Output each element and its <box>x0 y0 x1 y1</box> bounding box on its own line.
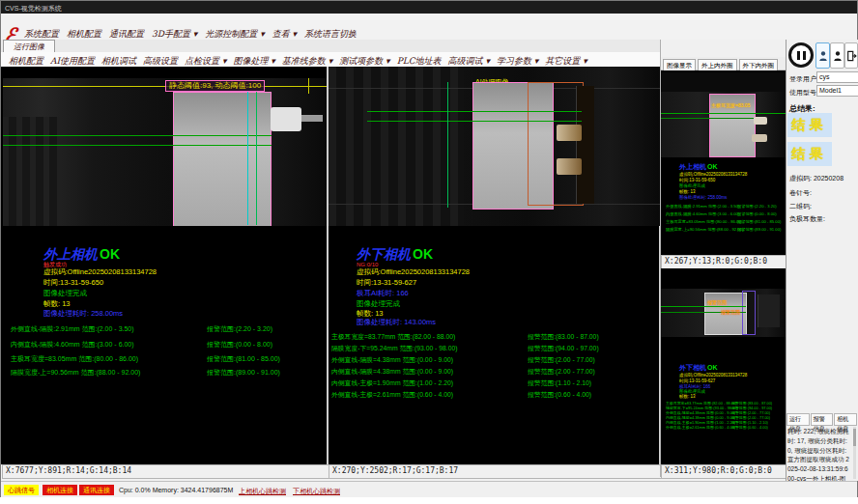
measurement-alarm: 报警范围:(83.00 - 87.00) <box>528 334 599 341</box>
login-user-label: 登录用户: <box>789 74 818 84</box>
needle-number-label: 卷针号: <box>789 188 812 198</box>
measurement-alarm: 报警范围:(0.60 - 4.00) <box>528 392 591 399</box>
mini-alarm-label: 报警范围 <box>721 310 740 315</box>
baseline-upper <box>3 135 272 136</box>
capture-time: 时间:13-31-59-650 <box>43 279 103 287</box>
qr-code-label: 二维码: <box>789 202 812 211</box>
gripper-arm <box>301 115 323 122</box>
menu-bar: ℰ 系统配置 相机配置 通讯配置 3D手配置 ▾ 光源控制配置 ▾ 查看 ▾ 系… <box>1 14 857 41</box>
pause-button[interactable] <box>788 42 814 68</box>
mini-barcode: 虚拟码:Offline20250208133134728 <box>679 173 747 178</box>
edge-detect-line <box>256 92 257 225</box>
yellow-reference-line-vertical <box>308 78 309 94</box>
tab-run-info[interactable]: 运行信息 <box>786 413 810 426</box>
mini-measurement: 主极耳宽度=83.05mm 范围:(80.00 - 86.00) <box>666 220 742 224</box>
measurement-alarm: 报警范围:(89.00 - 91.00) <box>207 369 280 376</box>
tab-camera-info[interactable]: 相机信息 <box>834 413 857 426</box>
virtual-code-label: 虚拟码: 20250208 <box>789 174 844 183</box>
upper-outer-camera-image[interactable]: 静态阈值:93, 动态阈值:100 <box>3 78 327 226</box>
measurement-alarm: 报警范围:(2.00 - 77.00) <box>528 357 595 364</box>
baseline <box>661 306 746 307</box>
log-scrollbar-thumb[interactable] <box>853 429 856 446</box>
camera-title: 外下相机OK <box>357 247 433 261</box>
login-user-field[interactable]: cys <box>816 71 858 83</box>
dark-component <box>576 86 594 204</box>
tab-highlight <box>557 125 582 141</box>
dark-component <box>758 294 780 327</box>
mini-measurement: 外侧直线-主极=2.61mm 范围:(0.60 - 4.00) <box>666 426 735 430</box>
bright-spot <box>754 117 767 125</box>
lower-outer-camera-image[interactable]: AI处理图像 <box>329 67 660 226</box>
user-manage-button[interactable] <box>830 42 844 69</box>
window-titlebar[interactable]: CVS-视觉检测系统 <box>1 1 857 14</box>
result-ok-label: OK <box>413 246 433 262</box>
process-time: 图像处理耗时: 143.00ms <box>357 319 436 326</box>
measurement-text: 内侧直线-隔膜=4.38mm 范围:(0.00 - 9.00) <box>331 369 453 376</box>
mini-measurement: 外侧直线-隔膜:2.91mm 范围:(2.00 - 3.50) <box>666 205 739 209</box>
measurement-alarm: 报警范围:(2.20 - 3.20) <box>207 325 272 332</box>
measurement-text: 主极耳宽度=83.77mm 范围:(82.00 - 88.00) <box>331 334 455 341</box>
baseline <box>661 118 754 119</box>
mini-time: 时间:13-31-59-627 <box>679 379 715 384</box>
small-view-bottom-image[interactable]: 报警范围 报警范围 <box>661 289 786 337</box>
baseline-upper <box>367 111 582 112</box>
virtual-barcode: 虚拟码:Offline20250208133134728 <box>357 268 470 276</box>
mini-measurement: 报警范围:(0.00 - 8.00) <box>737 212 777 216</box>
frame-count: 帧数: 13 <box>43 300 71 308</box>
frame-count: 帧数: 13 <box>357 310 384 318</box>
measurement-alarm: 报警范围:(2.00 - 77.00) <box>528 369 595 376</box>
model-label: 使用型号: <box>789 88 818 98</box>
capture-time: 时间:13-31-59-627 <box>357 279 416 287</box>
measurement-text: 主极耳宽度=83.05mm 范围:(80.00 - 86.00) <box>11 355 138 362</box>
window-title: CVS-视觉检测系统 <box>5 4 62 14</box>
result-ok-label: OK <box>100 246 120 262</box>
virtual-barcode: 虚拟码:Offline20250208133134728 <box>43 268 157 276</box>
machine-background <box>329 67 464 226</box>
mini-frames: 帧数: 13 <box>679 395 696 400</box>
mini-proc-time: 图像处理耗时: 258.00ms <box>679 196 727 201</box>
left-camera-pixel-status: X:7677;Y:891;R:14;G:14;B:14 <box>2 464 329 479</box>
tab-highlight <box>557 158 582 175</box>
lower-camera-heartbeat-link[interactable]: 下相机心跳检测 <box>293 487 340 496</box>
small-top-pixel-status: X:267;Y:13;R:0;G:0;B:0 <box>661 255 788 269</box>
mini-done: 图像处理完成 <box>679 184 705 189</box>
camera-link-badge: 相机连接 <box>43 485 77 495</box>
heartbeat-badge: 心跳信号 <box>4 485 39 495</box>
pause-icon <box>803 51 806 60</box>
gripper-object <box>271 107 301 131</box>
mini-alarm-label: 报警范围 <box>707 300 727 305</box>
measurement-text: 外侧直线-隔膜:2.91mm 范围:(2.00 - 3.50) <box>11 325 134 332</box>
model-field[interactable]: Model1 <box>816 85 858 97</box>
measurement-alarm: 报警范围:(1.10 - 2.10) <box>528 380 591 387</box>
result-box-lower: 结果 <box>787 142 832 166</box>
tab-run-image[interactable]: 运行图像 <box>3 40 55 53</box>
measurement-alarm: 报警范围:(0.00 - 8.00) <box>207 341 272 348</box>
tab-alarm-info[interactable]: 报警信息 <box>811 413 834 426</box>
exit-door-icon <box>846 50 857 62</box>
application-root: CVS-视觉检测系统 ℰ 系统配置 相机配置 通讯配置 3D手配置 ▾ 光源控制… <box>0 0 858 504</box>
status-bar: 心跳信号 相机连接 通讯连接 Cpu: 0.0% Memory: 3424.41… <box>1 481 857 497</box>
measurement-text: 隔膜宽度-上=90.56mm 范围:(88.00 - 92.00) <box>11 369 140 376</box>
exit-button[interactable] <box>844 42 858 69</box>
cpu-memory-readout: Cpu: 0.0% Memory: 3424.41796875M <box>119 487 233 493</box>
result-box-upper: 结果 <box>787 113 832 137</box>
measurement-text: 外侧直线-隔膜=4.38mm 范围:(0.00 - 9.00) <box>331 357 453 364</box>
main-window: CVS-视觉检测系统 ℰ 系统配置 相机配置 通讯配置 3D手配置 ▾ 光源控制… <box>0 0 858 497</box>
measurement-text: 隔膜宽度-下=95.24mm 范围:(93.00 - 98.00) <box>331 346 458 352</box>
threshold-label: 静态阈值:93, 动态阈值:100 <box>165 80 265 92</box>
log-scrollbar[interactable] <box>853 427 856 479</box>
measurement-text: 外侧直线-主极=2.61mm 范围:(0.60 - 4.00) <box>331 392 453 399</box>
small-view-top-image[interactable]: 主极耳宽度=83.05 <box>661 72 786 157</box>
camera-name: 外下相机 <box>357 246 411 262</box>
comm-link-badge: 通讯连接 <box>79 485 114 495</box>
pause-icon <box>797 51 800 60</box>
process-time: 图像处理耗时: 258.00ms <box>43 310 123 318</box>
small-view-tabs: 图像显示 外上内外圈 外下内外圈 <box>661 57 786 70</box>
measurement-text: 内侧直线-主极=1.90mm 范围:(1.00 - 2.20) <box>331 380 453 387</box>
info-tabs: 运行信息 报警信息 相机信息 <box>786 413 857 426</box>
mini-measure-label: 主极耳宽度=83.05 <box>711 103 750 108</box>
login-user-button[interactable] <box>815 42 830 69</box>
upper-camera-heartbeat-link[interactable]: 上相机心跳检测 <box>239 487 286 496</box>
mini-measurement: 报警范围:(2.20 - 3.20) <box>737 205 777 209</box>
small-bottom-pixel-status: X:311;Y:980;R:0;G:0;B:0 <box>661 464 788 479</box>
